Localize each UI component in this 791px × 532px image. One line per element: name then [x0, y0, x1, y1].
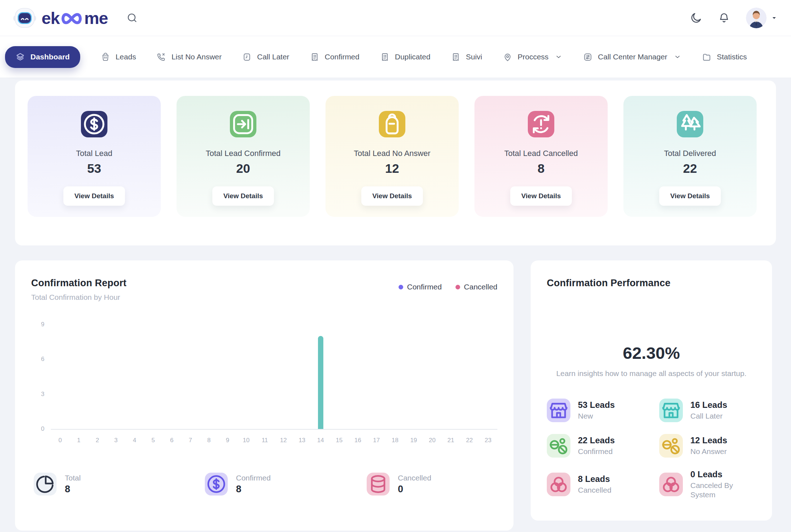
- receipt-icon: [451, 52, 460, 62]
- x-tick-label: 13: [293, 437, 311, 444]
- moon-icon: [690, 12, 702, 24]
- x-tick-label: 7: [181, 437, 200, 444]
- x-tick-label: 22: [460, 437, 479, 444]
- layers-icon: [15, 52, 25, 62]
- x-tick-label: 21: [442, 437, 460, 444]
- stat-card: Total Lead Confirmed20View Details: [177, 96, 310, 217]
- lead-count: 16 Leads: [690, 400, 727, 410]
- view-details-button[interactable]: View Details: [63, 186, 125, 206]
- nav-item-proccess[interactable]: Proccess: [503, 52, 563, 62]
- view-details-button[interactable]: View Details: [510, 186, 572, 206]
- pills-icon: [547, 434, 570, 458]
- sync-alert-icon: [528, 111, 554, 137]
- clock-icon: [242, 52, 252, 62]
- receipt-icon: [310, 52, 319, 62]
- nav-item-leads[interactable]: Leads: [101, 52, 136, 62]
- stat-card-title: Total Lead: [28, 149, 161, 158]
- stat-cards-panel: Total Lead53View DetailsTotal Lead Confi…: [15, 80, 776, 245]
- x-tick-label: 12: [274, 437, 293, 444]
- legend-label: Cancelled: [464, 283, 497, 291]
- app-header: ekme: [0, 0, 791, 36]
- x-tick-label: 15: [330, 437, 348, 444]
- x-tick-label: 17: [367, 437, 386, 444]
- chevron-down-icon: [674, 53, 681, 61]
- lead-count: 53 Leads: [578, 400, 615, 410]
- chart-slot: [311, 324, 330, 429]
- notifications-button[interactable]: [718, 12, 730, 24]
- nav-item-duplicated[interactable]: Duplicated: [380, 52, 430, 62]
- legend-item-confirmed[interactable]: Confirmed: [399, 283, 442, 291]
- lead-status: No Answer: [690, 447, 727, 456]
- stat-card-value: 20: [177, 161, 310, 176]
- x-tick-label: 10: [237, 437, 256, 444]
- stat-value: 0: [398, 484, 431, 495]
- caret-down-icon: [770, 14, 778, 22]
- nav-item-call-later[interactable]: Call Later: [242, 52, 289, 62]
- nav-item-statistics[interactable]: Statistics: [702, 52, 747, 62]
- backpack-icon: [379, 111, 405, 137]
- stat-card: Total Lead53View Details: [28, 96, 161, 217]
- stat-card-value: 22: [623, 161, 757, 176]
- view-details-button[interactable]: View Details: [212, 186, 274, 206]
- chart-slot: [367, 324, 386, 429]
- report-footer-stat-confirmed: Confirmed8: [205, 473, 367, 496]
- nav-item-list-no-answer[interactable]: List No Answer: [156, 52, 222, 62]
- report-subtitle: Total Confirmation by Hour: [31, 293, 126, 302]
- x-tick-label: 8: [200, 437, 218, 444]
- stat-card-title: Total Lead Cancelled: [474, 149, 608, 158]
- legend-item-cancelled[interactable]: Cancelled: [455, 283, 497, 291]
- stat-card: Total Lead Cancelled8View Details: [474, 96, 608, 217]
- view-details-button[interactable]: View Details: [659, 186, 721, 206]
- stat-card: Total Lead No Answer12View Details: [325, 96, 459, 217]
- chart-legend: ConfirmedCancelled: [399, 283, 497, 291]
- nav-item-call-center-manager[interactable]: Call Center Manager: [583, 52, 681, 62]
- search-button[interactable]: [126, 12, 138, 24]
- confirmation-performance-card: Confirmation Performance 62.30% Learn in…: [531, 260, 772, 521]
- user-menu-button[interactable]: [746, 8, 778, 28]
- chart-slot: [88, 324, 107, 429]
- theme-toggle-button[interactable]: [690, 12, 702, 24]
- chart-slot: [200, 324, 218, 429]
- bar-chart: 0369: [31, 324, 497, 430]
- chevron-down-icon: [555, 53, 563, 61]
- x-tick-label: 23: [479, 437, 497, 444]
- chart-slot: [125, 324, 144, 429]
- view-details-button[interactable]: View Details: [361, 186, 423, 206]
- infinity-icon: [58, 11, 85, 26]
- report-title: Confirmation Report: [31, 278, 126, 289]
- pills-icon: [659, 434, 683, 458]
- lead-status: Call Later: [690, 411, 727, 421]
- chart-slot: [479, 324, 497, 429]
- y-tick-label: 6: [41, 356, 44, 363]
- stat-card-title: Total Lead No Answer: [325, 149, 459, 158]
- stat-card-value: 8: [474, 161, 608, 176]
- y-tick-label: 9: [41, 321, 44, 328]
- circles-icon: [659, 473, 683, 496]
- chart-slot: [293, 324, 311, 429]
- nav-item-confirmed[interactable]: Confirmed: [310, 52, 360, 62]
- nav-item-dashboard[interactable]: Dashboard: [5, 46, 80, 68]
- confirmation-report-card: Confirmation Report Total Confirmation b…: [15, 260, 513, 531]
- lead-summary-item: 0 LeadsCanceled By System: [659, 469, 756, 500]
- x-tick-label: 9: [218, 437, 237, 444]
- robot-logo-icon: [13, 6, 37, 30]
- x-tick-label: 1: [69, 437, 88, 444]
- basket-icon: [101, 52, 110, 62]
- nav-item-label: List No Answer: [172, 53, 222, 61]
- legend-label: Confirmed: [407, 283, 442, 291]
- lead-count: 0 Leads: [690, 469, 744, 479]
- chart-x-axis: 01234567891011121314151617181920212223: [51, 437, 497, 444]
- chart-plot-area: [51, 324, 497, 430]
- x-tick-label: 14: [311, 437, 330, 444]
- nav-item-suivi[interactable]: Suivi: [451, 52, 482, 62]
- avatar: [746, 8, 767, 28]
- brand-suffix: me: [84, 8, 108, 28]
- x-tick-label: 3: [107, 437, 125, 444]
- stat-value: 8: [65, 484, 81, 495]
- chart-slot: [423, 324, 442, 429]
- x-tick-label: 20: [423, 437, 442, 444]
- x-tick-label: 5: [144, 437, 163, 444]
- brand-logo[interactable]: ekme: [13, 6, 108, 30]
- report-footer-stats: Total8Confirmed8Cancelled0: [31, 473, 497, 496]
- performance-percentage: 62.30%: [547, 343, 756, 363]
